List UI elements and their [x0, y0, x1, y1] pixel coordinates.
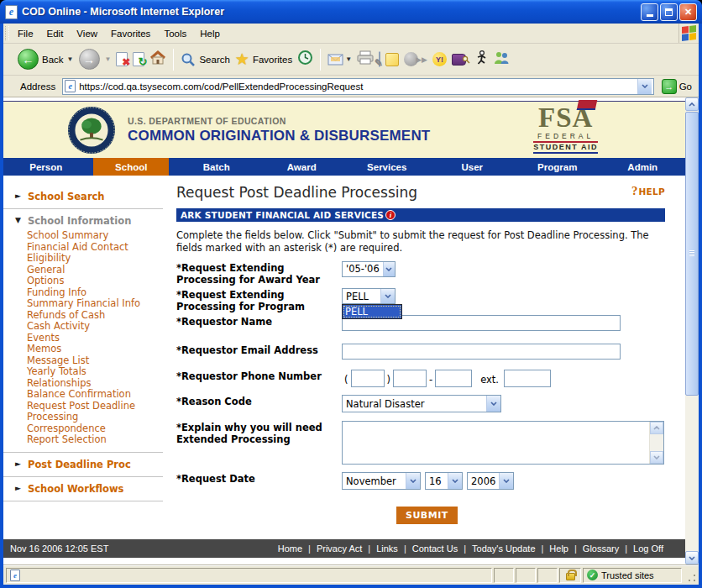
vertical-scrollbar[interactable]	[685, 97, 699, 564]
sidebar-link-financial-aid-contact[interactable]: Financial Aid Contact	[27, 242, 163, 254]
resize-grip[interactable]	[685, 568, 697, 583]
aim-button[interactable]	[475, 50, 488, 69]
research-button[interactable]	[452, 54, 470, 66]
mail-dropdown-icon[interactable]: ▼	[345, 55, 352, 63]
msn-messenger-button[interactable]	[493, 50, 510, 68]
date-month-select[interactable]: November	[342, 472, 421, 490]
sidebar-item-post-deadline-proc[interactable]: ► Post Deadline Proc	[3, 459, 171, 470]
sidebar-item-school-workflows[interactable]: ► School Workflows	[3, 483, 171, 495]
scroll-up-icon[interactable]	[650, 422, 663, 434]
explain-textarea[interactable]	[342, 421, 664, 465]
footer-link-glossary[interactable]: Glossary	[583, 543, 619, 554]
requestor-email-input[interactable]	[342, 344, 621, 360]
sidebar-link-school-summary[interactable]: School Summary	[27, 230, 163, 242]
textarea-scrollbar[interactable]	[649, 422, 663, 464]
submit-button[interactable]: SUBMIT	[396, 507, 458, 524]
tab-user[interactable]: User	[430, 158, 516, 176]
tab-program[interactable]: Program	[515, 158, 600, 176]
sidebar-item-school-information[interactable]: ▼ School Information	[3, 215, 171, 227]
sidebar-link-eligibility[interactable]: Eligibility	[27, 253, 163, 265]
close-button[interactable]: ✕	[679, 3, 697, 21]
address-dropdown-button[interactable]	[637, 79, 652, 94]
tab-person[interactable]: Person	[3, 158, 89, 176]
reason-code-select[interactable]: Natural Disaster	[342, 395, 501, 412]
print-button[interactable]	[357, 50, 374, 68]
tab-school[interactable]: School	[89, 158, 175, 176]
history-button[interactable]	[297, 50, 313, 69]
menu-favorites[interactable]: Favorites	[104, 24, 157, 43]
sidebar-link-summary-financial-info[interactable]: Summary Financial Info	[27, 298, 163, 310]
forward-button[interactable]: →	[79, 49, 100, 70]
scroll-down-icon[interactable]	[650, 451, 663, 464]
phone-prefix-input[interactable]	[393, 370, 427, 387]
footer-link-help[interactable]: Help	[549, 543, 568, 554]
yahoo-messenger-button[interactable]: Y!	[432, 52, 447, 66]
mail-icon	[327, 54, 343, 66]
sidebar-link-refunds-of-cash[interactable]: Refunds of Cash	[27, 310, 163, 322]
sidebar-link-correspondence[interactable]: Correspondence	[27, 423, 163, 435]
phone-area-input[interactable]	[351, 370, 385, 387]
footer-link-contact-us[interactable]: Contact Us	[412, 543, 458, 554]
forward-dropdown-icon[interactable]: ▼	[105, 55, 112, 63]
footer-link-links[interactable]: Links	[376, 543, 398, 554]
date-year-select[interactable]: 2006	[467, 472, 514, 490]
date-day-select[interactable]: 16	[425, 472, 463, 490]
phone-line-input[interactable]	[435, 370, 472, 387]
edit-button[interactable]: ✎	[379, 52, 380, 67]
home-button[interactable]	[149, 50, 166, 68]
menu-tools[interactable]: Tools	[157, 24, 193, 43]
address-url[interactable]: https://cod.qa.tsysecom.com/cod/PellExte…	[79, 81, 633, 92]
scrollbar-thumb[interactable]	[685, 112, 699, 396]
tab-award[interactable]: Award	[259, 158, 345, 176]
menu-view[interactable]: View	[70, 24, 104, 43]
reason-code-label: *Reason Code	[176, 395, 342, 408]
sidebar-link-report-selection[interactable]: Report Selection	[27, 434, 163, 446]
menu-help[interactable]: Help	[193, 24, 227, 43]
messenger-button[interactable]: ▶▶	[404, 52, 427, 66]
sidebar-item-school-search[interactable]: ► School Search	[3, 191, 171, 202]
scroll-up-button[interactable]	[685, 97, 699, 111]
stop-button[interactable]: ✖	[116, 52, 128, 66]
refresh-button[interactable]: ↻	[133, 52, 144, 66]
menu-edit[interactable]: Edit	[40, 24, 71, 43]
sidebar-link-options[interactable]: Options	[27, 276, 163, 287]
sidebar-link-funding-info[interactable]: Funding Info	[27, 287, 163, 299]
sidebar-link-relationships[interactable]: Relationships	[27, 378, 163, 390]
sidebar-link-balance-confirmation[interactable]: Balance Confirmation	[27, 389, 163, 401]
address-input[interactable]: e https://cod.qa.tsysecom.com/cod/PellEx…	[62, 78, 653, 95]
tab-batch[interactable]: Batch	[174, 158, 259, 176]
footer-link-home[interactable]: Home	[278, 543, 302, 554]
footer-link-log-off[interactable]: Log Off	[633, 543, 663, 554]
mail-button[interactable]: ▼	[327, 54, 352, 66]
sidebar-link-events[interactable]: Events	[27, 333, 163, 344]
award-year-select[interactable]: '05-'06	[342, 261, 396, 277]
tab-services[interactable]: Services	[344, 158, 430, 176]
phone-ext-input[interactable]	[504, 370, 551, 387]
back-dropdown-icon[interactable]: ▼	[67, 55, 74, 63]
footer-link-privacy-act[interactable]: Privacy Act	[317, 543, 362, 554]
discuss-button[interactable]	[385, 53, 399, 66]
back-button[interactable]: ← Back ▼	[18, 49, 74, 70]
scroll-down-button[interactable]	[685, 551, 699, 564]
toolbar-grip[interactable]	[5, 26, 9, 40]
help-question-icon: ?	[631, 184, 638, 198]
search-button[interactable]: Search	[181, 52, 229, 67]
scrollbar-track[interactable]	[685, 396, 699, 551]
sidebar-link-message-list[interactable]: Message List	[27, 355, 163, 367]
minimize-button[interactable]	[641, 3, 658, 21]
help-button[interactable]: ? HELP	[631, 184, 665, 198]
sidebar-link-general[interactable]: General	[27, 265, 163, 276]
favorites-button[interactable]: ★ Favorites	[235, 51, 292, 67]
go-button[interactable]: → Go	[657, 79, 696, 94]
sidebar-link-request-post-deadline-processing[interactable]: Request Post Deadline Processing	[27, 401, 163, 423]
tab-admin[interactable]: Admin	[600, 158, 686, 176]
info-icon[interactable]: i	[385, 210, 396, 220]
maximize-button[interactable]	[660, 3, 678, 21]
program-option-pell[interactable]: PELL	[343, 305, 401, 318]
footer-link-todays-update[interactable]: Today's Update	[472, 543, 535, 554]
sidebar-link-memos[interactable]: Memos	[27, 344, 163, 355]
sidebar-link-cash-activity[interactable]: Cash Activity	[27, 321, 163, 333]
sidebar-link-yearly-totals[interactable]: Yearly Totals	[27, 366, 163, 378]
menu-file[interactable]: File	[11, 24, 40, 43]
program-select[interactable]: PELL	[342, 288, 396, 304]
